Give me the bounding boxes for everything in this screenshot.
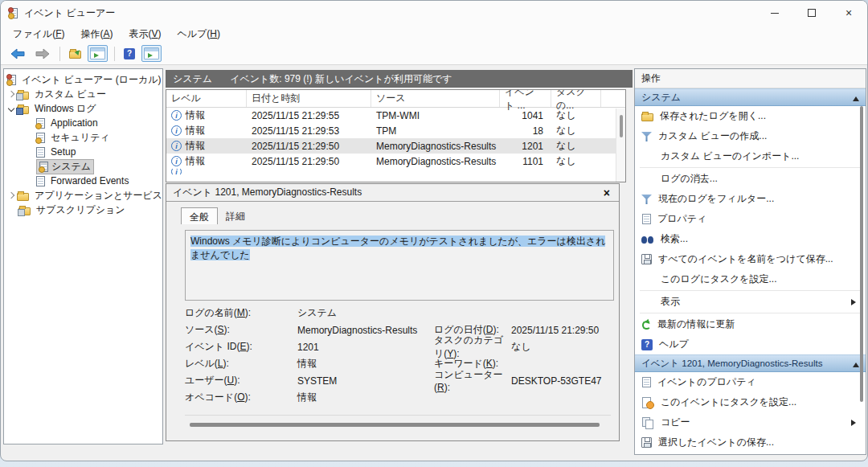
chevron-right-icon[interactable] — [8, 192, 14, 199]
export-log-icon — [69, 51, 81, 59]
column-level[interactable]: レベル — [166, 90, 247, 107]
tab-details[interactable]: 詳細 — [218, 207, 253, 224]
tab-general[interactable]: 全般 — [181, 207, 218, 224]
forward-button[interactable] — [32, 46, 53, 62]
export-log-button[interactable] — [67, 46, 84, 61]
action-create-custom-view[interactable]: カスタム ビューの作成... — [635, 126, 866, 146]
console-tree-toggle-button[interactable] — [88, 45, 108, 62]
event-level: 情報 — [186, 154, 205, 168]
level-value: 情報 — [297, 357, 434, 371]
action-copy[interactable]: コピー — [635, 412, 866, 432]
computer-value: DESKTOP-53GTE47 — [511, 375, 614, 387]
action-properties[interactable]: プロパティ — [635, 209, 866, 229]
action-label: プロパティ — [657, 212, 706, 226]
event-list-header: レベル 日付と時刻 ソース イベント ... タスクの... — [166, 90, 625, 108]
event-source: MemoryDiagnostics-Results — [371, 141, 500, 152]
column-source[interactable]: ソース — [371, 90, 500, 107]
scrollbar-thumb[interactable] — [620, 115, 623, 137]
action-label: イベントのプロパティ — [657, 375, 756, 389]
find-icon — [641, 234, 654, 245]
custom-views-icon — [17, 92, 29, 100]
tree-item-subscriptions[interactable]: サブスクリプション — [4, 203, 162, 217]
event-row-selected[interactable]: 情報 2025/11/15 21:29:50 MemoryDiagnostics… — [166, 138, 625, 154]
event-datetime: 2025/11/15 21:29:53 — [247, 125, 371, 137]
action-save-all-events[interactable]: すべてのイベントを名前をつけて保存... — [635, 249, 866, 269]
collapse-icon[interactable] — [853, 93, 859, 101]
help-button[interactable] — [121, 46, 137, 62]
log-header-bar: システム イベント数: 979 (!) 新しいイベントが利用可能です — [166, 70, 633, 88]
action-clear-log[interactable]: ログの消去... — [635, 169, 866, 189]
menu-view[interactable]: 表示(V) — [121, 26, 168, 43]
detail-close-icon[interactable]: × — [601, 186, 612, 199]
event-row[interactable]: 情報 2025/11/15 21:29:53 TPM 18 なし — [166, 123, 625, 138]
action-label: すべてのイベントを名前をつけて保存... — [658, 252, 833, 266]
chevron-down-icon[interactable] — [8, 105, 14, 112]
action-filter-current-log[interactable]: 現在のログをフィルター... — [635, 189, 866, 209]
menu-help[interactable]: ヘルプ(H) — [170, 26, 228, 43]
detail-header: イベント 1201, MemoryDiagnostics-Results × — [166, 184, 619, 202]
column-event-id[interactable]: イベント ... — [500, 90, 551, 107]
action-help[interactable]: ヘルプ — [635, 334, 866, 354]
close-button[interactable]: × — [830, 1, 867, 25]
opcode-value: 情報 — [297, 391, 434, 404]
event-row[interactable] — [166, 169, 625, 174]
event-viewer-window: イベント ビューアー × ファイル(F) 操作(A) 表示(V) ヘルプ(H) … — [0, 0, 868, 461]
column-datetime[interactable]: 日付と時刻 — [247, 90, 371, 107]
menu-file[interactable]: ファイル(F) — [6, 26, 72, 43]
event-source: MemoryDiagnostics-Results — [371, 156, 500, 167]
action-label: このログにタスクを設定... — [661, 272, 777, 286]
detail-fields: ログの名前(M): システム ソース(S): MemoryDiagnostics… — [185, 305, 614, 406]
tree-item-system[interactable]: システム — [4, 159, 162, 174]
tree-item-security[interactable]: セキュリティ — [4, 130, 162, 145]
action-label: 検索... — [661, 232, 688, 246]
console-tree-toggle-icon — [90, 47, 105, 59]
app-icon — [9, 8, 18, 18]
actions-scrollbar[interactable] — [860, 106, 863, 402]
log-name: システム — [173, 72, 212, 86]
action-attach-task-to-event[interactable]: このイベントにタスクを設定... — [635, 392, 866, 412]
tree-item-custom-views[interactable]: カスタム ビュー — [4, 87, 162, 101]
action-event-properties[interactable]: イベントのプロパティ — [635, 372, 866, 392]
tree-item-root[interactable]: イベント ビューアー (ローカル) — [4, 72, 162, 87]
toolbar — [1, 43, 867, 65]
tree-item-apps-services-logs[interactable]: アプリケーションとサービス ログ — [4, 188, 162, 203]
event-row[interactable]: 情報 2025/11/15 21:29:55 TPM-WMI 1041 なし — [166, 108, 625, 123]
save-selected-icon — [641, 437, 652, 448]
event-row[interactable]: 情報 2025/11/15 21:29:50 MemoryDiagnostics… — [166, 154, 625, 169]
event-source: TPM-WMI — [371, 110, 500, 121]
chevron-right-icon[interactable] — [8, 91, 14, 97]
action-open-saved-log[interactable]: 保存されたログを開く... — [635, 106, 866, 126]
action-attach-task-to-log[interactable]: このログにタスクを設定... — [635, 269, 866, 289]
action-view[interactable]: 表示 — [635, 292, 866, 312]
level-label: レベル(L): — [185, 357, 297, 371]
tree-item-setup[interactable]: Setup — [4, 145, 162, 159]
menu-action[interactable]: 操作(A) — [73, 26, 120, 43]
action-label: カスタム ビューの作成... — [658, 129, 767, 143]
minimize-button[interactable] — [756, 1, 793, 25]
info-icon — [171, 141, 182, 151]
event-list-scrollbar[interactable] — [616, 109, 625, 182]
tree-item-forwarded-events[interactable]: Forwarded Events — [4, 174, 162, 188]
action-pane-toggle-button[interactable] — [141, 45, 162, 62]
tree-item-label: Application — [48, 117, 100, 129]
actions-title: 操作 — [635, 69, 866, 88]
save-icon — [641, 254, 652, 264]
action-find[interactable]: 検索... — [635, 229, 866, 249]
event-id: 1101 — [500, 156, 551, 167]
event-description-box[interactable]: Windows メモリ診断によりコンピューターのメモリがテストされましたが、エラ… — [185, 230, 614, 301]
collapse-icon[interactable] — [853, 359, 859, 367]
action-refresh[interactable]: 最新の情報に更新 — [635, 314, 866, 334]
detail-hscrollbar[interactable] — [185, 421, 612, 429]
maximize-button[interactable] — [793, 1, 830, 25]
actions-section-event[interactable]: イベント 1201, MemoryDiagnostics-Results — [635, 354, 866, 372]
scrollbar-thumb[interactable] — [190, 423, 600, 427]
tree-item-application[interactable]: Application — [4, 116, 162, 130]
tree-item-label: セキュリティ — [48, 130, 113, 145]
action-import-custom-view[interactable]: カスタム ビューのインポート... — [635, 146, 866, 166]
back-button[interactable] — [7, 46, 28, 62]
action-save-selected-events[interactable]: 選択したイベントの保存... — [635, 432, 866, 453]
column-task-category[interactable]: タスクの... — [551, 90, 601, 107]
tree-item-label: Windows ログ — [32, 101, 99, 117]
actions-section-system[interactable]: システム — [635, 88, 866, 106]
tree-item-windows-logs[interactable]: Windows ログ — [4, 101, 162, 116]
